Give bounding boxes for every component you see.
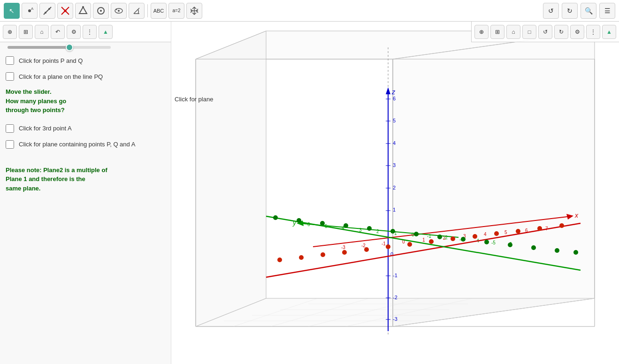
checkbox-point-a[interactable]: [6, 124, 14, 133]
svg-marker-37: [386, 87, 390, 94]
polygon-tool[interactable]: [75, 3, 91, 19]
canvas-toolbar: ⊕ ⊞ ⌂ □ ↺ ↻ ⚙ ⋮ ▲: [471, 22, 619, 42]
svg-point-14: [116, 8, 117, 10]
svg-text:2: 2: [376, 229, 379, 234]
slider-thumb[interactable]: [66, 44, 73, 51]
svg-point-13: [118, 10, 120, 12]
point-tool[interactable]: A: [22, 3, 38, 19]
line-tool[interactable]: [39, 3, 55, 19]
checkbox-points-pq[interactable]: [6, 56, 14, 65]
canvas-home-btn[interactable]: ⌂: [506, 25, 520, 39]
svg-point-104: [273, 215, 278, 220]
canvas-settings-btn[interactable]: ⚙: [570, 25, 584, 39]
svg-line-2: [44, 7, 51, 15]
toolbar-right: ↺ ↻ 🔍 ☰: [543, 3, 615, 19]
slider-track[interactable]: [8, 46, 111, 49]
move-tool[interactable]: [186, 3, 202, 19]
crosshair-btn[interactable]: ⊕: [3, 25, 17, 39]
svg-point-9: [82, 6, 84, 8]
undo-left-btn[interactable]: ↶: [51, 25, 65, 39]
canvas-area[interactable]: ⊕ ⊞ ⌂ □ ↺ ↻ ⚙ ⋮ ▲: [171, 22, 619, 364]
click-for-plane-label: Click for plane: [175, 96, 213, 103]
svg-point-114: [508, 243, 512, 247]
instruction-line3: through two points?: [6, 106, 165, 115]
check-item-4: Click for plane containing points P, Q a…: [0, 136, 171, 152]
instruction-block: Move the slider. How many planes go thro…: [0, 84, 171, 121]
svg-text:-1: -1: [393, 273, 397, 278]
left-panel: ⊕ ⊞ ⌂ ↶ ⚙ ⋮ ▲ Click for points P and Q C…: [0, 22, 171, 364]
svg-text:-2: -2: [443, 235, 448, 240]
svg-point-4: [48, 8, 50, 10]
label-plane-pq: Click for a plane on the line PQ: [19, 73, 103, 80]
svg-marker-22: [393, 31, 595, 326]
circle-tool[interactable]: [93, 3, 109, 19]
more-btn[interactable]: ⋮: [83, 25, 97, 39]
settings-btn[interactable]: ⚙: [67, 25, 81, 39]
undo-button[interactable]: ↺: [543, 3, 559, 19]
svg-point-7: [64, 9, 67, 12]
svg-point-111: [437, 235, 442, 239]
svg-point-110: [414, 232, 419, 236]
svg-text:5: 5: [393, 118, 396, 123]
grid-btn[interactable]: ⊞: [19, 25, 33, 39]
redo-button[interactable]: ↻: [562, 3, 578, 19]
svg-point-105: [297, 218, 301, 223]
conic-tool[interactable]: [111, 3, 127, 19]
svg-point-92: [494, 231, 499, 236]
svg-point-107: [344, 223, 348, 228]
label-plane-pqa: Click for plane containing points P, Q a…: [19, 141, 135, 148]
slider-row: [0, 42, 171, 53]
note-block: Please note: Plane2 is a multiple of Pla…: [0, 162, 171, 197]
home-btn[interactable]: ⌂: [35, 25, 49, 39]
svg-marker-8: [79, 7, 87, 14]
canvas-3d-btn[interactable]: □: [522, 25, 536, 39]
svg-point-3: [45, 12, 46, 14]
svg-text:-2: -2: [393, 295, 397, 300]
intersect-tool[interactable]: [57, 3, 73, 19]
svg-point-97: [386, 244, 390, 249]
top-toolbar: ↖ A ABC a=2 ↺ ↻ 🔍 ☰: [0, 0, 619, 22]
canvas-grid-btn[interactable]: ⊞: [490, 25, 504, 39]
svg-text:6: 6: [393, 96, 396, 101]
angle-tool[interactable]: [129, 3, 145, 19]
svg-point-116: [555, 248, 559, 253]
svg-text:x: x: [574, 212, 579, 219]
svg-point-113: [484, 240, 489, 244]
svg-point-115: [531, 245, 536, 250]
svg-point-117: [573, 250, 578, 255]
canvas-reset-btn[interactable]: ↺: [538, 25, 552, 39]
check-item-3: Click for 3rd point A: [0, 121, 171, 136]
menu-button[interactable]: ☰: [599, 3, 615, 19]
styles-btn[interactable]: ▲: [99, 25, 113, 39]
svg-text:z: z: [391, 88, 396, 96]
main-area: ⊕ ⊞ ⌂ ↶ ⚙ ⋮ ▲ Click for points P and Q C…: [0, 22, 619, 364]
svg-text:2: 2: [393, 185, 396, 190]
svg-text:1: 1: [422, 237, 425, 243]
svg-text:6: 6: [307, 222, 310, 227]
graph-svg[interactable]: z 6 5 4 3 2 1 0 -1 -2 -3: [171, 22, 619, 364]
svg-text:5: 5: [504, 230, 507, 235]
svg-text:A: A: [31, 7, 34, 11]
equation-tool[interactable]: a=2: [168, 3, 184, 19]
separator: [147, 4, 148, 17]
label-points-pq: Click for points P and Q: [19, 57, 83, 64]
svg-text:-3: -3: [393, 316, 397, 322]
canvas-crosshair-btn[interactable]: ⊕: [474, 25, 489, 39]
canvas-more-btn[interactable]: ⋮: [586, 25, 600, 39]
checkbox-plane-pqa[interactable]: [6, 140, 14, 149]
select-tool[interactable]: ↖: [4, 3, 20, 19]
svg-point-98: [364, 247, 369, 252]
text-tool[interactable]: ABC: [151, 3, 167, 19]
svg-point-102: [277, 258, 282, 262]
svg-text:y: y: [292, 219, 297, 227]
canvas-styles-btn[interactable]: ▲: [602, 25, 616, 39]
checkbox-plane-pq[interactable]: [6, 72, 14, 81]
canvas-rotate-btn[interactable]: ↻: [554, 25, 568, 39]
check-item-1: Click for points P and Q: [0, 53, 171, 68]
svg-point-11: [100, 10, 102, 12]
svg-point-109: [390, 229, 395, 234]
search-button[interactable]: 🔍: [581, 3, 596, 19]
svg-text:1: 1: [393, 207, 396, 212]
check-item-2: Click for a plane on the line PQ: [0, 68, 171, 84]
note-line3: same plane.: [6, 184, 165, 193]
